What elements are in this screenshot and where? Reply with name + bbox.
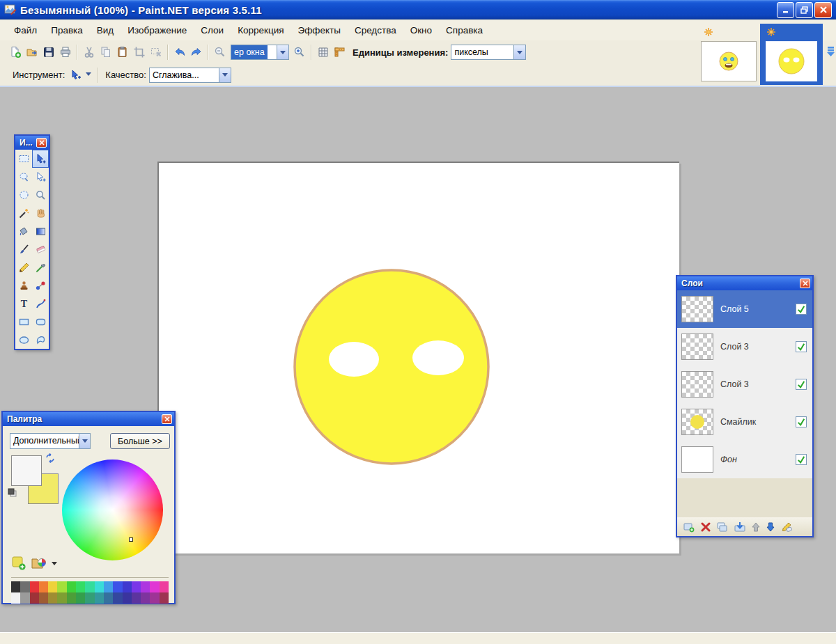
palette-swatch[interactable] xyxy=(30,592,39,604)
palette-preset-combobox[interactable]: Дополнительный xyxy=(10,433,91,449)
layer-visible-checkbox[interactable] xyxy=(796,379,807,390)
move-layer-up-button[interactable] xyxy=(751,521,761,533)
deselect-button[interactable] xyxy=(148,44,164,61)
tool-ellipse-shape[interactable] xyxy=(15,331,32,349)
add-color-button[interactable] xyxy=(11,556,26,571)
color-wheel[interactable] xyxy=(62,460,163,560)
palette-swatch[interactable] xyxy=(160,581,169,592)
palette-swatch[interactable] xyxy=(57,581,66,592)
zoom-combobox[interactable]: ер окна xyxy=(231,45,289,60)
tool-recolor[interactable] xyxy=(32,276,49,294)
palette-swatch[interactable] xyxy=(76,592,85,604)
palette-menu-button[interactable] xyxy=(31,556,47,571)
tool-pencil[interactable] xyxy=(15,258,32,276)
palette-swatch[interactable] xyxy=(67,592,76,604)
palette-swatch[interactable] xyxy=(104,592,113,604)
add-layer-button[interactable] xyxy=(683,521,695,533)
menu-file[interactable]: Файл xyxy=(7,22,44,38)
menu-edit[interactable]: Правка xyxy=(44,22,90,38)
menu-layers[interactable]: Слои xyxy=(194,22,231,38)
palette-more-button[interactable]: Больше >> xyxy=(110,433,170,449)
layer-row-smiley[interactable]: Смайлик xyxy=(677,403,812,441)
menu-adjustments[interactable]: Коррекция xyxy=(231,22,291,38)
layers-panel-titlebar[interactable]: Слои xyxy=(677,276,812,290)
cut-button[interactable] xyxy=(81,44,98,61)
image-thumbnail-2-active[interactable] xyxy=(760,24,823,85)
menu-view[interactable]: Вид xyxy=(90,22,121,38)
menu-window[interactable]: Окно xyxy=(403,22,439,38)
undo-button[interactable] xyxy=(171,44,188,61)
tool-rectangle-select[interactable] xyxy=(15,150,32,168)
save-button[interactable] xyxy=(40,44,57,61)
palette-swatch[interactable] xyxy=(141,592,150,604)
current-tool-button[interactable] xyxy=(68,67,84,84)
palette-swatch[interactable] xyxy=(132,581,141,592)
crop-button[interactable] xyxy=(131,44,148,61)
units-combo-dropdown[interactable] xyxy=(513,45,525,59)
palette-swatch[interactable] xyxy=(150,581,159,592)
palette-preset-dropdown[interactable] xyxy=(79,434,90,448)
tool-magic-wand[interactable] xyxy=(15,204,32,222)
tool-rectangle-shape[interactable] xyxy=(15,313,32,331)
tool-dropdown-arrow[interactable] xyxy=(86,72,91,79)
palette-swatch[interactable] xyxy=(67,581,76,592)
color-mode-icon[interactable] xyxy=(7,487,18,498)
tools-panel-close-button[interactable] xyxy=(36,138,47,148)
palette-swatch[interactable] xyxy=(123,581,132,592)
minimize-button[interactable] xyxy=(777,2,794,18)
delete-layer-button[interactable] xyxy=(700,521,711,533)
duplicate-layer-button[interactable] xyxy=(716,521,729,533)
swap-colors-icon[interactable] xyxy=(45,453,56,464)
palette-panel-titlebar[interactable]: Палитра xyxy=(3,412,174,426)
units-combobox[interactable]: пикселы xyxy=(451,45,526,60)
tool-eraser[interactable] xyxy=(32,240,49,258)
palette-swatch[interactable] xyxy=(11,592,20,604)
zoom-combo-dropdown[interactable] xyxy=(277,45,288,59)
layer-visible-checkbox[interactable] xyxy=(796,341,807,352)
tool-gradient[interactable] xyxy=(32,222,49,240)
palette-panel-close-button[interactable] xyxy=(162,414,172,424)
palette-swatch[interactable] xyxy=(95,592,104,604)
palette-swatch[interactable] xyxy=(85,592,94,604)
layer-row-3[interactable]: Слой 3 xyxy=(677,366,812,403)
tool-move-selected-pixels[interactable] xyxy=(32,150,49,168)
palette-swatch[interactable] xyxy=(11,581,20,592)
open-file-button[interactable] xyxy=(24,44,40,61)
canvas[interactable] xyxy=(157,162,679,553)
palette-swatch[interactable] xyxy=(57,592,66,604)
palette-swatch[interactable] xyxy=(20,581,29,592)
palette-swatch[interactable] xyxy=(95,581,104,592)
layer-visible-checkbox[interactable] xyxy=(796,304,807,315)
layer-visible-checkbox[interactable] xyxy=(796,454,807,465)
print-button[interactable] xyxy=(57,44,74,61)
copy-button[interactable] xyxy=(98,44,114,61)
merge-down-button[interactable] xyxy=(734,521,746,533)
tool-paintbrush[interactable] xyxy=(15,240,32,258)
palette-swatch[interactable] xyxy=(150,592,159,604)
tool-rounded-rectangle[interactable] xyxy=(32,313,49,331)
palette-swatch[interactable] xyxy=(20,592,29,604)
tool-clone-stamp[interactable] xyxy=(15,276,32,294)
menu-utilities[interactable]: Средства xyxy=(348,22,403,38)
palette-swatch[interactable] xyxy=(39,581,48,592)
image-list-chevron-icon[interactable] xyxy=(826,46,835,57)
tools-panel-titlebar[interactable]: И... xyxy=(15,136,49,150)
palette-swatch[interactable] xyxy=(132,592,141,604)
paste-button[interactable] xyxy=(114,44,131,61)
menu-effects[interactable]: Эффекты xyxy=(291,22,348,38)
palette-swatch[interactable] xyxy=(141,581,150,592)
palette-swatch[interactable] xyxy=(48,592,57,604)
zoom-out-button[interactable] xyxy=(212,44,229,61)
redo-button[interactable] xyxy=(188,44,205,61)
palette-swatch[interactable] xyxy=(113,581,122,592)
image-thumbnail-1[interactable] xyxy=(697,24,760,85)
palette-swatch[interactable] xyxy=(39,592,48,604)
new-file-button[interactable] xyxy=(7,44,24,61)
layer-properties-button[interactable] xyxy=(780,521,793,533)
primary-color-swatch[interactable] xyxy=(11,455,42,486)
tool-color-picker[interactable] xyxy=(32,258,49,276)
grid-toggle-button[interactable] xyxy=(315,44,332,61)
tool-move-selection[interactable] xyxy=(32,168,49,186)
menu-image[interactable]: Изображение xyxy=(121,22,194,38)
restore-button[interactable] xyxy=(796,2,813,18)
